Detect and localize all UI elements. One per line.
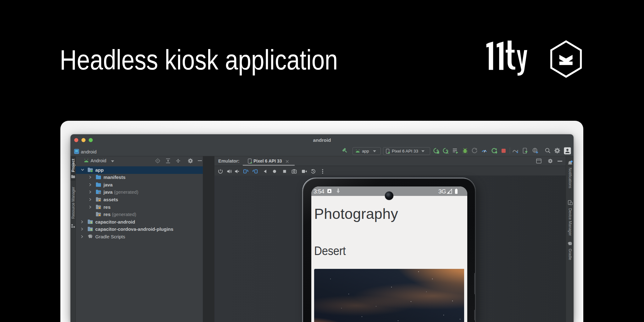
svg-text:A: A xyxy=(446,151,449,154)
